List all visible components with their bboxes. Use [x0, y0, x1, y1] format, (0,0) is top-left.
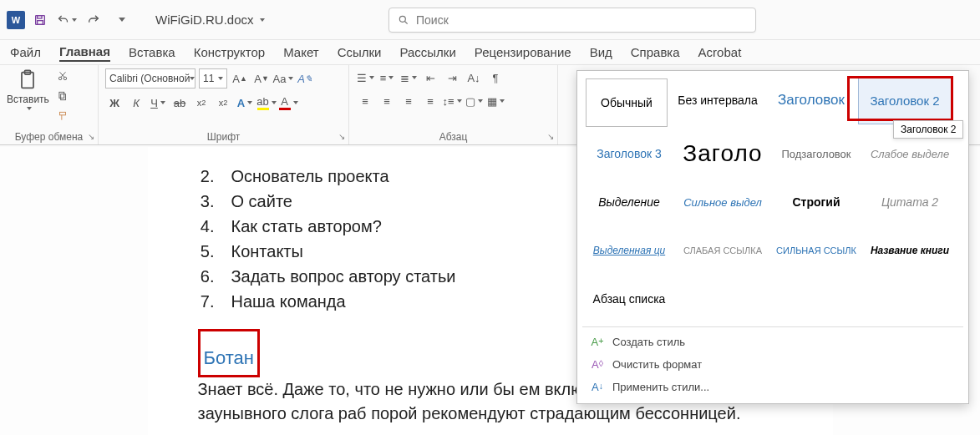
change-case-icon[interactable]: Aa	[274, 69, 292, 88]
app-icon: W	[7, 11, 25, 29]
ribbon-tabs: ФайлГлавнаяВставкаКонструкторМакетСсылки…	[0, 40, 980, 65]
apply-styles-label: Применить стили...	[612, 381, 709, 393]
text-effects-icon[interactable]: A	[236, 94, 254, 112]
style-cell[interactable]: Обычный	[586, 78, 668, 127]
style-cell[interactable]: Абзац списка	[582, 275, 676, 323]
group-font-label: Шрифт	[105, 129, 342, 143]
style-tooltip: Заголовок 2	[893, 120, 963, 139]
document-title[interactable]: WiFiGiD.RU.docx	[155, 13, 265, 27]
superscript-button[interactable]: x2	[214, 94, 232, 112]
group-paragraph-label: Абзац	[356, 129, 551, 143]
search-placeholder: Поиск	[416, 13, 449, 27]
indent-dec-icon[interactable]: ⇤	[421, 68, 439, 87]
cut-icon[interactable]	[54, 68, 71, 83]
tab-вставка[interactable]: Вставка	[129, 43, 175, 61]
subscript-button[interactable]: x2	[192, 94, 211, 112]
highlight-icon[interactable]: ab	[257, 94, 276, 112]
undo-icon[interactable]	[57, 10, 77, 30]
heading-2[interactable]: Ботан	[204, 347, 254, 369]
grow-font-icon[interactable]: A▲	[231, 69, 249, 88]
underline-button[interactable]: Ч	[149, 94, 167, 112]
borders-icon[interactable]: ▦	[486, 92, 505, 110]
quick-access-toolbar	[30, 10, 130, 30]
tab-рассылки[interactable]: Рассылки	[399, 43, 455, 61]
style-cell[interactable]: Сильное выдел	[676, 178, 769, 226]
clear-formatting-icon[interactable]: A✎	[296, 69, 314, 88]
sort-icon[interactable]: A↓	[465, 68, 483, 87]
style-cell[interactable]: Выделенная ци	[582, 226, 676, 275]
align-right-icon[interactable]: ≡	[399, 92, 418, 110]
copy-icon[interactable]	[54, 89, 71, 104]
strike-button[interactable]: ab	[170, 94, 189, 112]
tab-ссылки[interactable]: Ссылки	[338, 43, 382, 61]
annotation-highlight-heading: Ботан	[198, 329, 260, 377]
numbering-icon[interactable]: ≡	[378, 68, 396, 87]
shrink-font-icon[interactable]: A▼	[252, 69, 271, 88]
redo-icon[interactable]	[84, 10, 104, 30]
line-spacing-icon[interactable]: ↕≡	[443, 92, 461, 110]
tab-главная[interactable]: Главная	[59, 43, 110, 62]
group-launcher-icon[interactable]: ↘	[338, 132, 345, 141]
show-marks-icon[interactable]: ¶	[486, 68, 505, 87]
svg-point-3	[399, 16, 405, 22]
group-paragraph: ☰ ≡ ≣ ⇤ ⇥ A↓ ¶ ≡ ≡ ≡ ≡ ↕≡ ▢ ▦ Абзац ↘	[349, 65, 558, 144]
save-icon[interactable]	[30, 10, 50, 30]
font-size-combo[interactable]: 11	[199, 68, 227, 89]
group-launcher-icon[interactable]: ↘	[547, 132, 554, 141]
group-launcher-icon[interactable]: ↘	[88, 132, 94, 141]
indent-inc-icon[interactable]: ⇥	[443, 68, 461, 87]
bold-button[interactable]: Ж	[105, 94, 124, 112]
font-name-combo[interactable]: Calibri (Основной	[105, 68, 195, 89]
search-input[interactable]: Поиск	[388, 8, 756, 33]
create-style-icon: A+	[591, 336, 604, 348]
shading-icon[interactable]: ▢	[465, 92, 483, 110]
style-cell[interactable]: Название книги	[863, 226, 957, 275]
tab-макет[interactable]: Макет	[283, 43, 318, 61]
tab-файл[interactable]: Файл	[10, 43, 41, 61]
style-cell[interactable]: Подзаголовок	[769, 129, 863, 178]
clear-format-label: Очистить формат	[612, 358, 702, 371]
group-font: Calibri (Основной 11 A▲ A▼ Aa A✎ Ж К Ч a…	[99, 65, 349, 144]
justify-icon[interactable]: ≡	[421, 92, 439, 110]
apply-styles-action[interactable]: A↓ Применить стили...	[582, 376, 963, 398]
bullets-icon[interactable]: ☰	[356, 68, 374, 87]
style-cell[interactable]: СЛАБАЯ ССЫЛКА	[676, 226, 769, 275]
style-cell[interactable]: СИЛЬНАЯ ССЫЛК	[769, 226, 863, 275]
italic-button[interactable]: К	[127, 94, 145, 112]
tab-acrobat[interactable]: Acrobat	[698, 43, 742, 61]
style-cell[interactable]: Заголовок	[764, 76, 858, 124]
tab-рецензирование[interactable]: Рецензирование	[475, 43, 571, 61]
group-clipboard-label: Буфер обмена	[7, 129, 91, 143]
create-style-action[interactable]: A+ Создать стиль	[582, 331, 963, 353]
clear-format-action[interactable]: A◊ Очистить формат	[582, 353, 963, 376]
paste-button[interactable]: Вставить	[7, 68, 49, 110]
align-left-icon[interactable]: ≡	[356, 92, 374, 110]
style-cell[interactable]: Без интервала	[671, 76, 764, 124]
style-cell[interactable]: Заголо	[676, 129, 769, 178]
svg-rect-10	[59, 92, 64, 98]
paste-label: Вставить	[7, 94, 49, 105]
svg-rect-1	[38, 15, 42, 18]
tab-справка[interactable]: Справка	[631, 43, 680, 61]
clear-format-icon: A◊	[591, 358, 604, 371]
multilevel-icon[interactable]: ≣	[399, 68, 418, 87]
qat-customize-icon[interactable]	[110, 10, 130, 30]
style-cell[interactable]: Заголовок 3	[582, 129, 676, 178]
title-bar: W WiFiGiD.RU.docx Поиск	[0, 0, 980, 40]
style-cell[interactable]: Цитата 2	[863, 178, 957, 226]
svg-rect-9	[61, 94, 66, 100]
create-style-label: Создать стиль	[612, 336, 685, 348]
style-cell[interactable]: Выделение	[582, 178, 676, 226]
font-color-icon[interactable]: A	[279, 94, 297, 112]
svg-rect-2	[38, 20, 43, 24]
tab-конструктор[interactable]: Конструктор	[194, 43, 266, 61]
tab-вид[interactable]: Вид	[590, 43, 612, 61]
document-title-text: WiFiGiD.RU.docx	[155, 13, 254, 27]
svg-rect-11	[59, 112, 65, 115]
align-center-icon[interactable]: ≡	[378, 92, 396, 110]
format-painter-icon[interactable]	[54, 109, 71, 124]
apply-styles-icon: A↓	[591, 381, 604, 393]
style-cell[interactable]: Строгий	[769, 178, 863, 226]
annotation-highlight-box	[847, 76, 953, 121]
group-clipboard: Вставить Буфер обмена ↘	[0, 65, 99, 144]
